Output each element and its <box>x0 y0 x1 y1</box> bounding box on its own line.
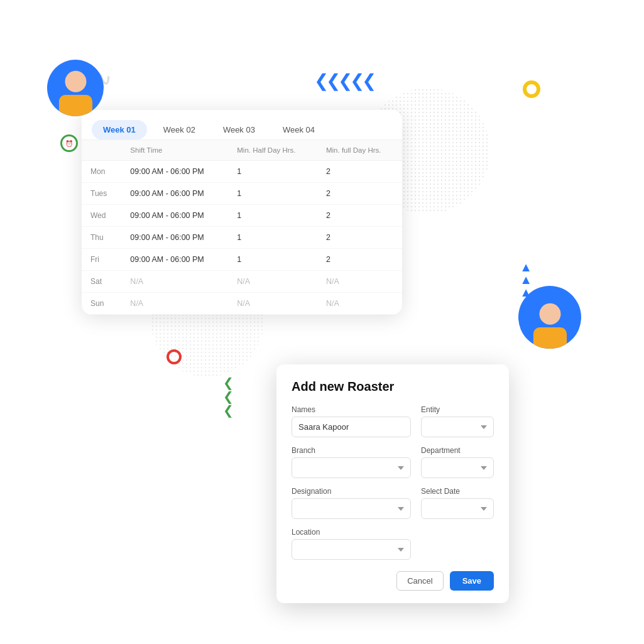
day-cell: Thu <box>82 227 121 249</box>
department-select[interactable] <box>421 457 494 478</box>
shift-cell: 09:00 AM - 06:00 PM <box>121 183 228 205</box>
day-cell: Fri <box>82 249 121 271</box>
schedule-table: Shift Time Min. Half Day Hrs. Min. full … <box>82 140 402 315</box>
modal-title: Add new Roaster <box>292 379 494 394</box>
week-tab-4[interactable]: Week 04 <box>271 120 326 139</box>
shift-cell: 09:00 AM - 06:00 PM <box>121 161 228 183</box>
names-label: Names <box>292 405 411 414</box>
day-cell: Sun <box>82 293 121 315</box>
location-label: Location <box>292 528 411 537</box>
table-row: Thu09:00 AM - 06:00 PM12 <box>82 227 402 249</box>
entity-select[interactable] <box>421 417 494 437</box>
col-half-day: Min. Half Day Hrs. <box>228 140 317 161</box>
full-cell: 2 <box>317 161 402 183</box>
avatar-top <box>47 60 104 116</box>
table-row: SunN/AN/AN/A <box>82 293 402 315</box>
week-tab-3[interactable]: Week 03 <box>212 120 266 139</box>
names-group: Names <box>292 405 411 437</box>
table-row: SatN/AN/AN/A <box>82 271 402 293</box>
table-row: Mon09:00 AM - 06:00 PM12 <box>82 161 402 183</box>
week-tab-1[interactable]: Week 01 <box>92 120 147 139</box>
select-date-label: Select Date <box>421 487 494 496</box>
cancel-button[interactable]: Cancel <box>396 571 443 591</box>
full-cell: 2 <box>317 205 402 227</box>
shift-cell: 09:00 AM - 06:00 PM <box>121 205 228 227</box>
blue-arrows-icon: ❮❮❮❮❮ <box>314 70 374 91</box>
red-ring-icon <box>166 349 182 364</box>
branch-select[interactable] <box>292 457 411 478</box>
col-full-day: Min. full Day Hrs. <box>317 140 402 161</box>
week-tab-2[interactable]: Week 02 <box>152 120 207 139</box>
full-cell: 2 <box>317 249 402 271</box>
col-day <box>82 140 121 161</box>
svg-rect-4 <box>533 327 566 349</box>
day-cell: Sat <box>82 271 121 293</box>
designation-group: Designation <box>292 487 411 519</box>
half-cell: 1 <box>228 161 317 183</box>
location-select[interactable] <box>292 539 411 560</box>
svg-point-5 <box>542 305 558 320</box>
shift-cell: N/A <box>121 271 228 293</box>
green-down-arrows-icon: ❮ ❮ ❮ <box>223 376 234 417</box>
half-cell: 1 <box>228 205 317 227</box>
day-cell: Tues <box>82 183 121 205</box>
full-cell: N/A <box>317 271 402 293</box>
full-cell: 2 <box>317 227 402 249</box>
shift-cell: 09:00 AM - 06:00 PM <box>121 249 228 271</box>
svg-point-2 <box>67 73 84 87</box>
half-cell: 1 <box>228 183 317 205</box>
table-row: Wed09:00 AM - 06:00 PM12 <box>82 205 402 227</box>
modal-footer: Cancel Save <box>292 571 494 591</box>
half-cell: N/A <box>228 293 317 315</box>
week-tabs: Week 01 Week 02 Week 03 Week 04 <box>82 110 402 140</box>
department-group: Department <box>421 446 494 478</box>
branch-group: Branch <box>292 446 411 478</box>
schedule-card: Week 01 Week 02 Week 03 Week 04 Shift Ti… <box>82 110 402 315</box>
yellow-ring-icon <box>523 80 540 98</box>
designation-label: Designation <box>292 487 411 496</box>
modal-form: Names Entity Branch Department Desig <box>292 405 494 560</box>
full-cell: N/A <box>317 293 402 315</box>
table-row: Tues09:00 AM - 06:00 PM12 <box>82 183 402 205</box>
col-shift-time: Shift Time <box>121 140 228 161</box>
table-row: Fri09:00 AM - 06:00 PM12 <box>82 249 402 271</box>
shift-cell: N/A <box>121 293 228 315</box>
half-cell: 1 <box>228 249 317 271</box>
half-cell: 1 <box>228 227 317 249</box>
names-input[interactable] <box>292 417 411 437</box>
designation-select[interactable] <box>292 498 411 519</box>
half-cell: N/A <box>228 271 317 293</box>
branch-label: Branch <box>292 446 411 455</box>
entity-group: Entity <box>421 405 494 437</box>
day-cell: Wed <box>82 205 121 227</box>
shift-cell: 09:00 AM - 06:00 PM <box>121 227 228 249</box>
avatar-bottom <box>518 286 581 349</box>
day-cell: Mon <box>82 161 121 183</box>
full-cell: 2 <box>317 183 402 205</box>
select-date-select[interactable] <box>421 498 494 519</box>
department-label: Department <box>421 446 494 455</box>
select-date-group: Select Date <box>421 487 494 519</box>
add-roaster-modal: Add new Roaster Names Entity Branch Depa… <box>276 364 509 603</box>
svg-rect-1 <box>58 95 92 116</box>
entity-label: Entity <box>421 405 494 414</box>
save-button[interactable]: Save <box>450 571 494 591</box>
clock-icon: ⏰ <box>60 134 78 152</box>
location-group: Location <box>292 528 411 560</box>
